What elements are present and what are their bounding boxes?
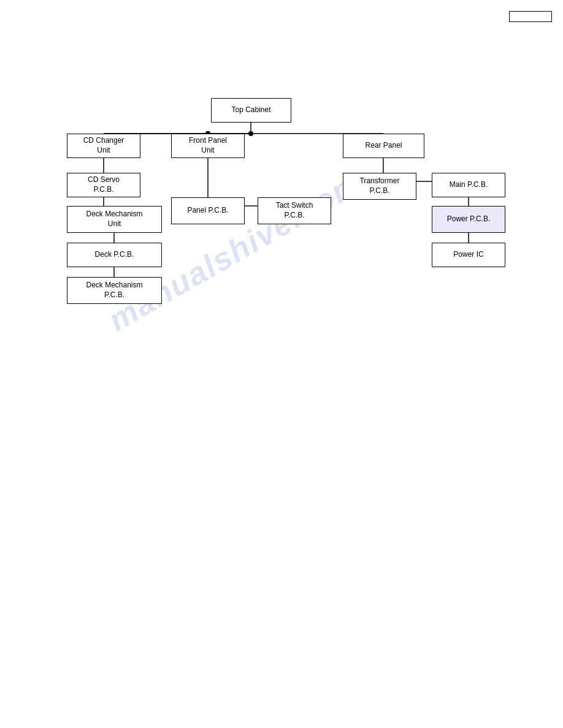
- node-deck-pcb: Deck P.C.B.: [67, 243, 162, 267]
- node-power-ic: Power IC: [432, 243, 505, 267]
- node-front-panel-unit: Front PanelUnit: [171, 134, 245, 158]
- node-power-pcb: Power P.C.B.: [432, 206, 505, 233]
- node-transformer-pcb: TransformerP.C.B.: [343, 173, 416, 200]
- svg-point-6: [248, 131, 253, 136]
- node-panel-pcb: Panel P.C.B.: [171, 197, 245, 224]
- node-cd-servo-pcb: CD ServoP.C.B.: [67, 173, 140, 197]
- node-main-pcb: Main P.C.B.: [432, 173, 505, 197]
- node-cd-changer-unit: CD ChangerUnit: [67, 134, 140, 158]
- node-top-cabinet: Top Cabinet: [211, 98, 291, 123]
- node-tact-switch-pcb: Tact SwitchP.C.B.: [258, 197, 331, 224]
- node-rear-panel: Rear Panel: [343, 134, 424, 158]
- node-deck-mechanism-pcb: Deck MechanismP.C.B.: [67, 277, 162, 304]
- node-deck-mechanism-unit: Deck MechanismUnit: [67, 206, 162, 233]
